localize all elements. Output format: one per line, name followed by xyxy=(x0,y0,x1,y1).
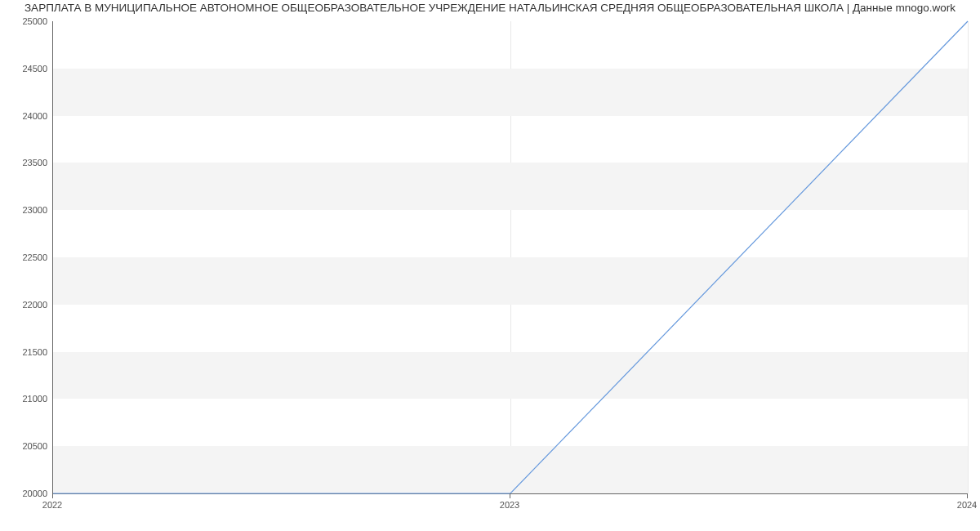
y-tick-label: 24000 xyxy=(7,111,47,121)
chart-container: ЗАРПЛАТА В МУНИЦИПАЛЬНОЕ АВТОНОМНОЕ ОБЩЕ… xyxy=(0,0,980,531)
y-tick-label: 23500 xyxy=(7,158,47,167)
x-tick xyxy=(52,493,53,498)
y-tick-label: 21000 xyxy=(7,394,47,404)
chart-title: ЗАРПЛАТА В МУНИЦИПАЛЬНОЕ АВТОНОМНОЕ ОБЩЕ… xyxy=(0,2,980,14)
series-line xyxy=(53,21,968,493)
y-tick-label: 20500 xyxy=(7,441,47,451)
x-tick xyxy=(967,493,968,498)
plot-area xyxy=(52,21,968,494)
y-tick-label: 23000 xyxy=(7,205,47,215)
y-tick-label: 22000 xyxy=(7,300,47,310)
x-tick-label: 2023 xyxy=(500,500,519,510)
y-tick-label: 25000 xyxy=(7,16,47,26)
y-tick-label: 24500 xyxy=(7,64,47,74)
x-tick-label: 2022 xyxy=(42,500,62,510)
y-tick-label: 21500 xyxy=(7,347,47,357)
line-series xyxy=(53,21,968,493)
x-grid-line xyxy=(968,21,969,493)
x-tick-label: 2024 xyxy=(957,500,977,510)
x-tick xyxy=(510,493,510,498)
y-tick-label: 20000 xyxy=(7,489,47,498)
y-tick-label: 22500 xyxy=(7,252,47,262)
